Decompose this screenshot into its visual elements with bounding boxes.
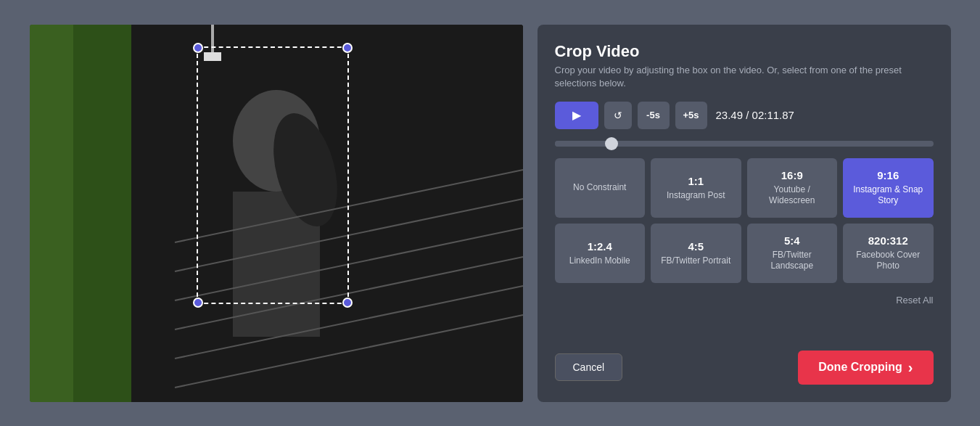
video-panel (30, 25, 523, 402)
playback-controls: ▶ ↺ -5s +5s 23.49 / 02:11.87 (555, 102, 934, 129)
preset-label-4-5: FB/Twitter Portrait (661, 255, 730, 267)
preset-ratio-9-16: 9:16 (877, 169, 899, 181)
preset-label-1-1: Instagram Post (667, 190, 725, 202)
preset-grid: No Constraint1:1Instagram Post16:9Youtub… (555, 158, 934, 283)
plus-5s-button[interactable]: +5s (675, 102, 707, 129)
preset-ratio-4-5: 4:5 (688, 240, 704, 253)
preset-label-9-16: Instagram & Snap Story (849, 184, 928, 207)
panel-subtitle: Crop your video by adjusting the box on … (555, 64, 934, 90)
reset-playback-button[interactable]: ↺ (604, 102, 632, 129)
preset-label-5-4: FB/Twitter Landscape (753, 250, 832, 272)
total-time: 02:11.87 (752, 109, 794, 121)
preset-btn-9-16[interactable]: 9:16Instagram & Snap Story (843, 158, 934, 218)
preset-ratio-1-2-4: 1:2.4 (588, 240, 612, 253)
preset-ratio-16-9: 16:9 (781, 169, 803, 181)
minus-5s-button[interactable]: -5s (638, 102, 670, 129)
crop-selection-box[interactable] (197, 46, 349, 304)
reset-row: Reset All (555, 295, 934, 306)
done-cropping-button[interactable]: Done Cropping (798, 351, 933, 385)
crop-handle-bottom-right[interactable] (342, 298, 353, 308)
progress-fill (555, 141, 612, 147)
preset-label-1-2-4: LinkedIn Mobile (569, 255, 630, 267)
preset-label-16-9: Youtube / Widescreen (753, 184, 832, 207)
preset-ratio-820-312: 820:312 (868, 234, 908, 247)
time-separator: / (743, 109, 752, 121)
preset-btn-5-4[interactable]: 5:4FB/Twitter Landscape (747, 224, 838, 283)
play-icon: ▶ (572, 108, 581, 122)
progress-bar[interactable] (555, 141, 934, 147)
preset-label-820-312: Facebook Cover Photo (849, 250, 928, 272)
progress-thumb[interactable] (605, 137, 618, 150)
svg-rect-1 (73, 25, 131, 402)
crop-handle-top-left[interactable] (193, 43, 203, 53)
crop-settings-panel: Crop Video Crop your video by adjusting … (538, 25, 951, 402)
play-button[interactable]: ▶ (555, 102, 598, 129)
time-display: 23.49 / 02:11.87 (716, 109, 794, 121)
cancel-button[interactable]: Cancel (555, 353, 623, 381)
preset-label-no-constraint: No Constraint (573, 182, 626, 194)
preset-btn-4-5[interactable]: 4:5FB/Twitter Portrait (651, 224, 741, 283)
panel-title: Crop Video (555, 42, 934, 61)
crop-handle-top-right[interactable] (342, 43, 353, 53)
preset-ratio-5-4: 5:4 (784, 234, 800, 247)
preset-btn-1-2-4[interactable]: 1:2.4LinkedIn Mobile (555, 224, 646, 283)
preset-btn-820-312[interactable]: 820:312Facebook Cover Photo (843, 224, 934, 283)
preset-btn-1-1[interactable]: 1:1Instagram Post (651, 158, 741, 218)
crop-handle-bottom-left[interactable] (193, 298, 203, 308)
done-cropping-label: Done Cropping (818, 361, 902, 374)
crop-video-container: Crop Video Crop your video by adjusting … (15, 10, 965, 417)
reset-icon: ↺ (614, 110, 622, 121)
preset-btn-16-9[interactable]: 16:9Youtube / Widescreen (747, 158, 838, 218)
bottom-actions: Cancel Done Cropping (555, 351, 934, 385)
preset-btn-no-constraint[interactable]: No Constraint (555, 158, 646, 218)
panel-header: Crop Video Crop your video by adjusting … (555, 42, 934, 90)
current-time: 23.49 (716, 109, 744, 121)
reset-all-button[interactable]: Reset All (896, 295, 933, 306)
preset-ratio-1-1: 1:1 (688, 175, 704, 187)
